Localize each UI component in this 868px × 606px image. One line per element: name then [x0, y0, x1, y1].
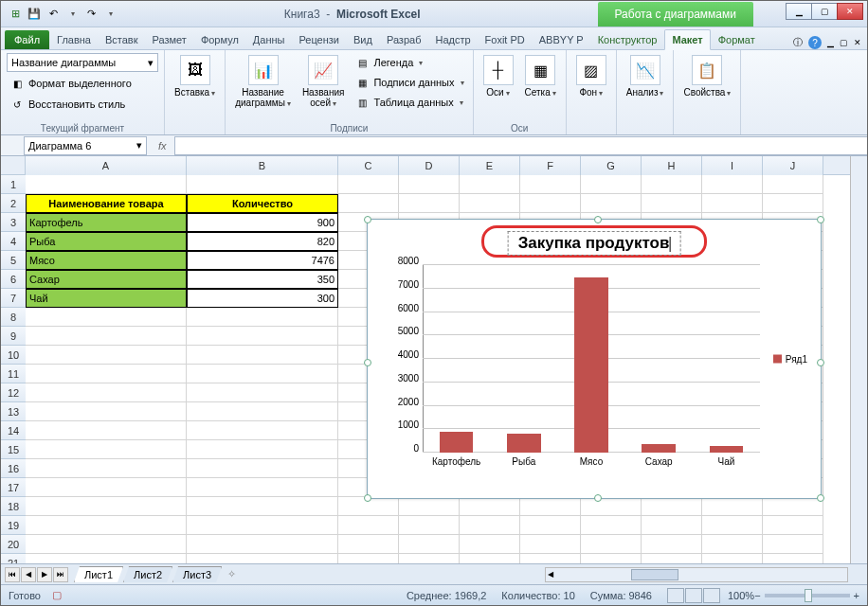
cell[interactable]	[26, 402, 187, 421]
tab-constructor[interactable]: Конструктор	[591, 30, 664, 49]
cell[interactable]	[460, 497, 520, 516]
tab-9[interactable]: Foxit PD	[479, 30, 532, 49]
cell[interactable]	[520, 175, 581, 194]
tab-4[interactable]: Данны	[246, 30, 292, 49]
cell[interactable]	[187, 516, 338, 535]
tab-2[interactable]: Размет	[146, 30, 193, 49]
view-page-break[interactable]	[703, 588, 720, 603]
cell[interactable]	[520, 497, 581, 516]
insert-button[interactable]: 🖼 Вставка	[171, 53, 219, 100]
cell[interactable]	[338, 175, 399, 194]
cell[interactable]: Количество	[187, 194, 338, 213]
cell[interactable]	[520, 554, 581, 563]
cell[interactable]: Рыба	[26, 232, 187, 251]
row-header-6[interactable]: 6	[1, 270, 26, 289]
cell[interactable]	[26, 308, 187, 327]
cell[interactable]	[187, 175, 338, 194]
bar-Сахар[interactable]	[642, 444, 676, 453]
new-sheet-icon[interactable]: ✧	[227, 568, 236, 580]
cell[interactable]	[187, 346, 338, 365]
row-header-12[interactable]: 12	[1, 383, 26, 402]
zoom-in-button[interactable]: +	[854, 590, 859, 601]
cell[interactable]	[26, 478, 187, 497]
zoom-slider[interactable]	[765, 594, 850, 597]
chart-handle-w[interactable]	[364, 359, 371, 366]
reset-style-button[interactable]: ↺Восстановить стиль	[7, 95, 128, 114]
chart-handle-s[interactable]	[594, 494, 602, 502]
col-header-A[interactable]: A	[26, 156, 187, 175]
cell[interactable]	[642, 535, 702, 554]
col-header-G[interactable]: G	[581, 156, 642, 175]
sheet-nav-prev[interactable]: ◀	[21, 567, 36, 582]
cell[interactable]	[26, 459, 187, 478]
bar-Картофель[interactable]	[440, 432, 474, 453]
redo-icon[interactable]: ↷	[82, 6, 99, 23]
cell[interactable]	[338, 194, 399, 213]
cell[interactable]	[702, 535, 763, 554]
col-header-E[interactable]: E	[460, 156, 520, 175]
zoom-level[interactable]: 100%	[728, 590, 754, 601]
row-header-18[interactable]: 18	[1, 497, 26, 516]
cell[interactable]	[187, 478, 338, 497]
cell[interactable]	[187, 402, 338, 421]
gridlines-button[interactable]: ▦Сетка	[521, 53, 560, 100]
cell[interactable]: Наименование товара	[26, 194, 187, 213]
cell[interactable]	[581, 497, 642, 516]
cell[interactable]	[338, 535, 399, 554]
cell[interactable]	[702, 516, 763, 535]
cell[interactable]	[763, 497, 823, 516]
row-header-7[interactable]: 7	[1, 289, 26, 308]
tab-10[interactable]: ABBYY P	[533, 30, 590, 49]
qat-customize[interactable]	[101, 6, 118, 23]
format-selection-button[interactable]: ◧Формат выделенного	[7, 74, 135, 93]
cell[interactable]	[702, 194, 763, 213]
tab-7[interactable]: Разраб	[380, 30, 428, 49]
cell[interactable]: 7476	[187, 251, 338, 270]
row-header-17[interactable]: 17	[1, 478, 26, 497]
col-header-C[interactable]: C	[338, 156, 399, 175]
data-labels-button[interactable]: ▦Подписи данных	[352, 73, 466, 92]
cell[interactable]	[520, 194, 581, 213]
tab-8[interactable]: Надстр	[428, 30, 477, 49]
cell[interactable]	[642, 516, 702, 535]
row-header-13[interactable]: 13	[1, 402, 26, 421]
cell[interactable]	[338, 554, 399, 563]
axes-button[interactable]: ┼Оси	[479, 53, 517, 100]
workbook-max-icon[interactable]: ▢	[840, 38, 848, 47]
row-header-9[interactable]: 9	[1, 327, 26, 346]
cell[interactable]	[26, 327, 187, 346]
chart-handle-e[interactable]	[817, 359, 824, 366]
cell[interactable]	[26, 421, 187, 440]
undo-icon[interactable]: ↶	[45, 6, 62, 23]
file-tab[interactable]: Файл	[5, 30, 49, 49]
cell[interactable]: Сахар	[26, 270, 187, 289]
bar-Чай[interactable]	[710, 446, 744, 453]
cell[interactable]	[399, 194, 460, 213]
cell[interactable]	[642, 497, 702, 516]
tab-1[interactable]: Вставк	[99, 30, 145, 49]
tab-3[interactable]: Формул	[194, 30, 245, 49]
cell[interactable]: Картофель	[26, 213, 187, 232]
cell[interactable]	[460, 175, 520, 194]
tab-6[interactable]: Вид	[347, 30, 379, 49]
col-header-D[interactable]: D	[399, 156, 460, 175]
bar-Мясо[interactable]	[574, 277, 608, 453]
row-header-15[interactable]: 15	[1, 440, 26, 459]
cell[interactable]	[26, 346, 187, 365]
chart-plot-area[interactable]: 010002000300040005000600070008000Картофе…	[423, 265, 760, 472]
cell[interactable]	[460, 535, 520, 554]
sheet-tab-3[interactable]: Лист3	[172, 566, 222, 582]
row-header-10[interactable]: 10	[1, 346, 26, 365]
cell[interactable]	[642, 194, 702, 213]
cell[interactable]	[187, 440, 338, 459]
workbook-close-icon[interactable]: ✕	[854, 38, 861, 47]
col-header-F[interactable]: F	[520, 156, 581, 175]
properties-button[interactable]: 📋Свойства	[679, 53, 734, 100]
cell[interactable]	[763, 175, 823, 194]
col-header-I[interactable]: I	[702, 156, 763, 175]
cell[interactable]	[520, 516, 581, 535]
fx-label[interactable]: fx	[158, 140, 167, 152]
cell[interactable]	[399, 175, 460, 194]
cell[interactable]	[399, 497, 460, 516]
cell[interactable]	[187, 421, 338, 440]
